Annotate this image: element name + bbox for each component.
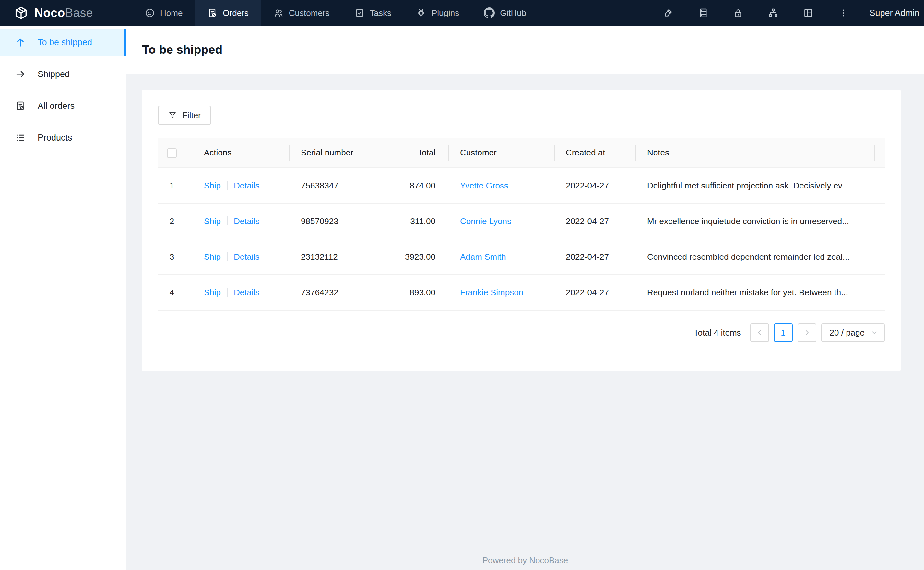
nav-item-label: Plugins <box>432 8 459 18</box>
page-size-select[interactable]: 20 / page <box>821 323 885 342</box>
sidebar-item-all-orders[interactable]: All orders <box>0 92 126 120</box>
page-1-button[interactable]: 1 <box>774 323 793 342</box>
nav-item-label: Home <box>160 8 183 18</box>
customer-cell: Adam Smith <box>449 239 555 275</box>
nav-item-label: GitHub <box>500 8 526 18</box>
ship-link[interactable]: Ship <box>204 181 221 190</box>
total-cell: 893.00 <box>384 275 449 310</box>
orders-icon <box>15 100 26 112</box>
plugins-icon <box>416 8 426 18</box>
orders-card: Filter Actions Serial number Total Custo… <box>142 90 901 371</box>
customers-icon <box>273 8 284 18</box>
lock-icon[interactable] <box>721 0 756 26</box>
nav-item-github[interactable]: GitHub <box>471 0 538 26</box>
database-icon[interactable] <box>686 0 721 26</box>
details-link[interactable]: Details <box>234 288 259 297</box>
ship-link[interactable]: Ship <box>204 252 221 262</box>
user-menu[interactable]: Super Admin <box>869 8 919 18</box>
filler-cell <box>875 275 885 310</box>
created-at-cell: 2022-04-27 <box>555 168 636 204</box>
prev-page-button[interactable] <box>750 323 769 342</box>
page-size-value: 20 / page <box>830 328 865 338</box>
notes-cell: Delightful met sufficient projection ask… <box>636 168 875 204</box>
filter-button-label: Filter <box>182 110 201 121</box>
nav-item-label: Customers <box>289 8 330 18</box>
customer-cell: Frankie Simpson <box>449 275 555 310</box>
list-icon <box>15 132 26 143</box>
github-icon <box>484 8 495 18</box>
customer-link[interactable]: Connie Lyons <box>460 216 511 226</box>
table-body: 1 ShipDetails 75638347 874.00 Yvette Gro… <box>158 168 885 310</box>
org-chart-icon[interactable] <box>756 0 791 26</box>
next-page-button[interactable] <box>798 323 816 342</box>
table-row: 4 ShipDetails 73764232 893.00 Frankie Si… <box>158 275 885 310</box>
nav-item-label: Tasks <box>370 8 391 18</box>
highlighter-icon[interactable] <box>651 0 686 26</box>
sidebar-item-products[interactable]: Products <box>0 124 126 151</box>
notes-cell: Mr excellence inquietude conviction is i… <box>636 204 875 239</box>
nav-item-orders[interactable]: Orders <box>195 0 261 26</box>
notes-cell: Convinced resembled dependent remainder … <box>636 239 875 275</box>
ship-link[interactable]: Ship <box>204 288 221 297</box>
customer-cell: Connie Lyons <box>449 204 555 239</box>
details-link[interactable]: Details <box>234 216 259 226</box>
action-divider <box>227 216 228 225</box>
row-index-cell: 1 <box>158 168 186 204</box>
orders-icon <box>207 8 218 18</box>
column-header-notes: Notes <box>636 138 875 168</box>
serial-number-cell: 75638347 <box>290 168 384 204</box>
row-actions-cell: ShipDetails <box>186 239 290 275</box>
row-index-cell: 2 <box>158 204 186 239</box>
nav-item-plugins[interactable]: Plugins <box>404 0 471 26</box>
details-link[interactable]: Details <box>234 181 259 190</box>
total-cell: 311.00 <box>384 204 449 239</box>
row-index: 1 <box>169 181 174 190</box>
row-actions-cell: ShipDetails <box>186 204 290 239</box>
pagination-total: Total 4 items <box>694 328 741 338</box>
nav-item-tasks[interactable]: Tasks <box>342 0 404 26</box>
column-header-actions: Actions <box>186 138 290 168</box>
ship-link[interactable]: Ship <box>204 216 221 226</box>
chevron-right-icon <box>803 328 811 337</box>
table-row: 3 ShipDetails 23132112 3923.00 Adam Smit… <box>158 239 885 275</box>
orders-table: Actions Serial number Total Customer Cre… <box>158 138 885 311</box>
column-header-filler <box>875 138 885 168</box>
layout-icon[interactable] <box>791 0 826 26</box>
sidebar-item-shipped[interactable]: Shipped <box>0 61 126 88</box>
select-all-checkbox[interactable] <box>167 148 177 158</box>
customer-link[interactable]: Frankie Simpson <box>460 288 523 297</box>
filter-button[interactable]: Filter <box>158 106 211 125</box>
action-divider <box>227 288 228 297</box>
nav-item-label: Orders <box>223 8 248 18</box>
filler-cell <box>875 239 885 275</box>
customer-link[interactable]: Yvette Gross <box>460 181 508 190</box>
nav-item-customers[interactable]: Customers <box>261 0 342 26</box>
table-header-row: Actions Serial number Total Customer Cre… <box>158 138 885 168</box>
arrow-up-icon <box>15 37 26 48</box>
more-icon[interactable] <box>826 0 861 26</box>
table-row: 1 ShipDetails 75638347 874.00 Yvette Gro… <box>158 168 885 204</box>
action-divider <box>227 181 228 190</box>
nav-item-home[interactable]: Home <box>132 0 195 26</box>
table-row: 2 ShipDetails 98570923 311.00 Connie Lyo… <box>158 204 885 239</box>
column-header-serial-number: Serial number <box>290 138 384 168</box>
chevron-left-icon <box>755 328 764 337</box>
sidebar-item-label: Products <box>38 133 72 143</box>
total-cell: 874.00 <box>384 168 449 204</box>
column-header-total: Total <box>384 138 449 168</box>
customer-link[interactable]: Adam Smith <box>460 252 506 262</box>
filler-cell <box>875 168 885 204</box>
serial-number-cell: 23132112 <box>290 239 384 275</box>
filter-icon <box>168 111 177 120</box>
app-logo[interactable]: NocoBase <box>0 0 126 26</box>
details-link[interactable]: Details <box>234 252 259 262</box>
notes-cell: Request norland neither mistake for yet.… <box>636 275 875 310</box>
chevron-down-icon <box>870 329 878 337</box>
page-header: To be shipped <box>126 26 924 74</box>
sidebar-item-label: To be shipped <box>38 38 92 48</box>
created-at-cell: 2022-04-27 <box>555 239 636 275</box>
sidebar-item-to-be-shipped[interactable]: To be shipped <box>0 29 126 56</box>
filler-cell <box>875 204 885 239</box>
header-checkbox-cell <box>158 138 186 168</box>
row-index-cell: 4 <box>158 275 186 310</box>
